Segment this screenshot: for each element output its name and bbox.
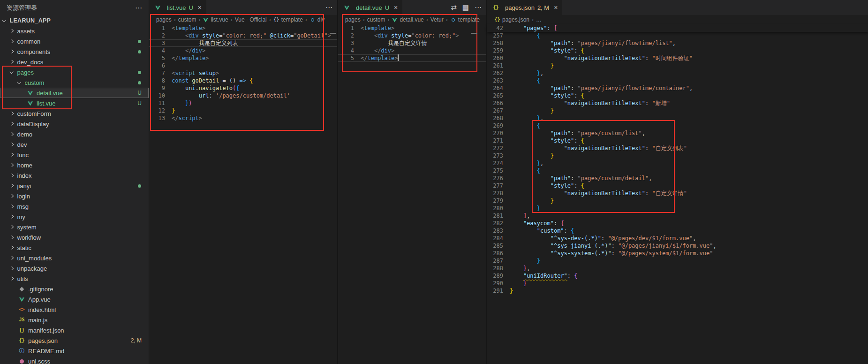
- line-number[interactable]: 288: [487, 265, 503, 272]
- tree-file-main-js[interactable]: JSmain.js: [0, 315, 149, 325]
- line-number[interactable]: 265: [487, 92, 503, 99]
- line-number[interactable]: 1: [338, 24, 354, 32]
- code-line-282[interactable]: 282 "easycom": {: [487, 220, 868, 227]
- line-number[interactable]: 4: [338, 47, 354, 54]
- line-number[interactable]: 285: [487, 242, 503, 250]
- code-line-280[interactable]: 280 }: [487, 205, 868, 212]
- tree-file-index-html[interactable]: <>index.html: [0, 304, 149, 315]
- line-number[interactable]: 13: [149, 114, 165, 122]
- chevron-right-icon[interactable]: [10, 256, 14, 260]
- code-line-285[interactable]: 285 "^sys-jianyi-(.*)": "@/pages/jianyi/…: [487, 242, 868, 250]
- breadcrumb-item-list-vue[interactable]: list.vue: [203, 16, 228, 23]
- close-tab-icon[interactable]: ×: [394, 4, 398, 11]
- code-line-42[interactable]: 42 "pages": [: [487, 24, 868, 32]
- code-line-270[interactable]: 270 "path": "pages/custom/list",: [487, 129, 868, 137]
- line-number[interactable]: 272: [487, 144, 503, 152]
- tree-folder-msg[interactable]: msg: [0, 201, 149, 212]
- code-line-279[interactable]: 279 }: [487, 197, 868, 205]
- line-number[interactable]: 4: [149, 47, 165, 54]
- line-number[interactable]: 277: [487, 182, 503, 190]
- tree-folder-func[interactable]: func: [0, 150, 149, 160]
- tree-folder-pages[interactable]: pages: [0, 67, 149, 77]
- code-line-287[interactable]: 287 }: [487, 257, 868, 265]
- line-number[interactable]: 281: [487, 212, 503, 220]
- tree-folder-index[interactable]: index: [0, 170, 149, 181]
- code-editor[interactable]: 42 "pages": [257 {258 "path": "pages/jia…: [487, 24, 868, 295]
- line-number[interactable]: 11: [149, 99, 165, 107]
- tree-folder-assets[interactable]: assets: [0, 26, 149, 36]
- code-line-288[interactable]: 288 },: [487, 265, 868, 272]
- breadcrumb-item-custom[interactable]: custom: [178, 16, 196, 23]
- code-line-5[interactable]: 5</template>: [338, 54, 486, 62]
- tree-folder-custom[interactable]: custom: [0, 77, 149, 88]
- chevron-right-icon[interactable]: [10, 184, 14, 188]
- tree-folder-home[interactable]: home: [0, 160, 149, 170]
- code-line-6[interactable]: 6: [149, 62, 337, 69]
- line-number[interactable]: 267: [487, 107, 503, 114]
- code-line-3[interactable]: 3 我是自定义详情: [338, 39, 486, 47]
- line-number[interactable]: 10: [149, 92, 165, 99]
- line-number[interactable]: 3: [149, 39, 165, 47]
- tab-list-vue[interactable]: list.vueU×: [149, 0, 206, 15]
- line-number[interactable]: 284: [487, 235, 503, 242]
- code-line-274[interactable]: 274 },: [487, 159, 868, 167]
- line-number[interactable]: 280: [487, 205, 503, 212]
- line-number[interactable]: 279: [487, 197, 503, 205]
- tree-file-detail-vue[interactable]: detail.vueU: [0, 88, 149, 98]
- code-line-258[interactable]: 258 "path": "pages/jianyi/flowTime/list"…: [487, 39, 868, 47]
- breadcrumb-item-template[interactable]: {}template: [273, 16, 303, 23]
- line-number[interactable]: 282: [487, 220, 503, 227]
- tree-folder-system[interactable]: system: [0, 222, 149, 232]
- code-line-275[interactable]: 275 {: [487, 167, 868, 174]
- chevron-right-icon[interactable]: [10, 29, 14, 33]
- code-line-257[interactable]: 257 {: [487, 32, 868, 39]
- chevron-right-icon[interactable]: [10, 163, 14, 167]
- code-line-271[interactable]: 271 "style": {: [487, 137, 868, 144]
- tree-folder-unpackage[interactable]: unpackage: [0, 263, 149, 273]
- code-line-260[interactable]: 260 "navigationBarTitleText": "时间组件验证": [487, 54, 868, 62]
- line-number[interactable]: 276: [487, 174, 503, 182]
- code-line-273[interactable]: 273 }: [487, 152, 868, 159]
- line-number[interactable]: 262: [487, 69, 503, 77]
- chevron-right-icon[interactable]: [10, 112, 14, 115]
- breadcrumb-item-pages[interactable]: pages: [345, 16, 361, 23]
- chevron-right-icon[interactable]: [10, 60, 14, 64]
- open-changes-icon[interactable]: ⇄: [451, 3, 457, 12]
- code-line-267[interactable]: 267 }: [487, 107, 868, 114]
- line-number[interactable]: 261: [487, 62, 503, 69]
- tree-folder-learun-app[interactable]: LEARUN_APP: [0, 15, 149, 26]
- tree-folder-dev[interactable]: dev: [0, 139, 149, 150]
- code-editor[interactable]: 1<template>2 <div style="color: red;">3 …: [338, 24, 486, 62]
- code-line-289[interactable]: 289 "uniIdRouter": {: [487, 272, 868, 280]
- more-actions-icon[interactable]: ⋯: [135, 4, 142, 12]
- tree-file-readme-md[interactable]: ⓘREADME.md: [0, 346, 149, 356]
- code-line-8[interactable]: 8const goDetail = () => {: [149, 77, 337, 84]
- code-line-2[interactable]: 2 <div style="color: red;">: [338, 32, 486, 39]
- tree-folder-customform[interactable]: customForm: [0, 108, 149, 119]
- line-number[interactable]: 290: [487, 280, 503, 287]
- line-number[interactable]: 260: [487, 54, 503, 62]
- line-number[interactable]: 266: [487, 99, 503, 107]
- tree-folder-dev-docs[interactable]: dev_docs: [0, 57, 149, 67]
- line-number[interactable]: 8: [149, 77, 165, 84]
- line-number[interactable]: 271: [487, 137, 503, 144]
- chevron-right-icon[interactable]: [10, 205, 14, 208]
- line-number[interactable]: 2: [149, 32, 165, 39]
- tree-folder-uni-modules[interactable]: uni_modules: [0, 253, 149, 263]
- tree-folder-demo[interactable]: demo: [0, 129, 149, 139]
- line-number[interactable]: 275: [487, 167, 503, 174]
- chevron-right-icon[interactable]: [10, 143, 14, 146]
- chevron-down-icon[interactable]: [2, 18, 6, 22]
- code-line-2[interactable]: 2 <div style="color: red;" @click="goDet…: [149, 32, 337, 39]
- line-number[interactable]: 289: [487, 272, 503, 280]
- line-number[interactable]: 12: [149, 107, 165, 114]
- line-number[interactable]: 3: [338, 39, 354, 47]
- chevron-down-icon[interactable]: [10, 70, 14, 74]
- tree-folder-login[interactable]: login: [0, 191, 149, 201]
- chevron-right-icon[interactable]: [10, 225, 14, 229]
- tree-folder-workflow[interactable]: workflow: [0, 232, 149, 243]
- tree-folder-my[interactable]: my: [0, 212, 149, 222]
- line-number[interactable]: 9: [149, 84, 165, 92]
- code-line-264[interactable]: 264 "path": "pages/jianyi/flowTime/conta…: [487, 84, 868, 92]
- code-line-286[interactable]: 286 "^sys-system-(.*)": "@/pages/system/…: [487, 250, 868, 257]
